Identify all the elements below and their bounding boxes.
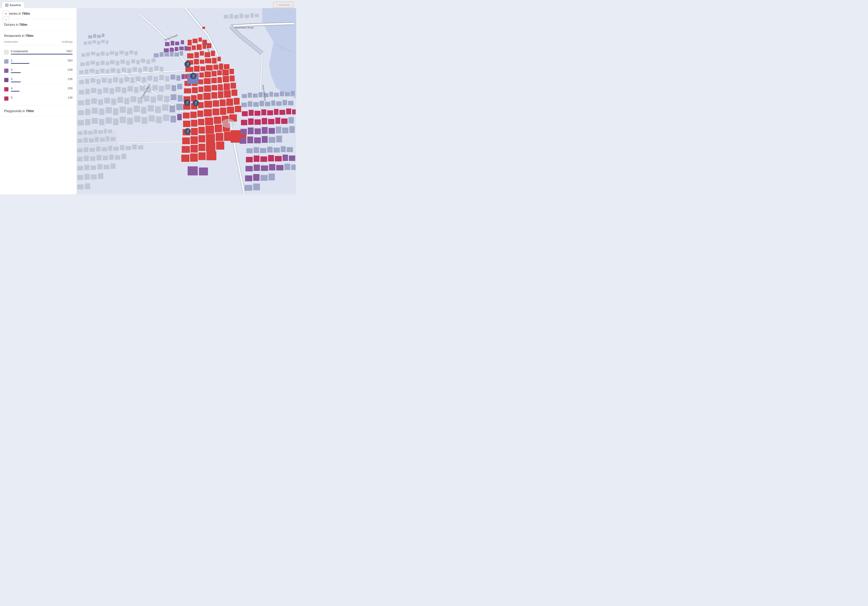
svg-rect-108 xyxy=(206,151,216,160)
svg-rect-179 xyxy=(90,78,95,83)
svg-rect-205 xyxy=(134,87,139,93)
svg-rect-392 xyxy=(289,155,295,161)
svg-rect-89 xyxy=(191,128,198,135)
svg-rect-83 xyxy=(198,119,205,125)
legend-row-5[interactable]: 5 148 xyxy=(4,95,73,102)
svg-rect-147 xyxy=(86,62,90,65)
baseline-tab[interactable]: Baseline xyxy=(2,2,25,8)
svg-rect-234 xyxy=(113,108,118,115)
svg-rect-284 xyxy=(279,110,285,115)
svg-rect-5 xyxy=(188,40,192,45)
zoom-in-button[interactable]: + xyxy=(3,11,9,17)
svg-rect-163 xyxy=(90,69,95,73)
svg-rect-168 xyxy=(117,69,120,74)
svg-rect-61 xyxy=(218,91,223,98)
svg-rect-82 xyxy=(191,120,197,127)
svg-rect-338 xyxy=(98,130,103,134)
svg-rect-221 xyxy=(130,96,136,102)
svg-rect-35 xyxy=(205,71,211,77)
svg-rect-225 xyxy=(157,95,163,101)
svg-rect-266 xyxy=(280,91,284,96)
svg-rect-71 xyxy=(234,98,240,105)
svg-rect-255 xyxy=(156,116,162,123)
svg-rect-124 xyxy=(88,35,92,39)
svg-rect-223 xyxy=(144,96,149,101)
svg-rect-60 xyxy=(211,92,217,99)
svg-rect-18 xyxy=(211,51,215,56)
svg-rect-209 xyxy=(159,86,164,92)
svg-rect-180 xyxy=(96,79,101,84)
svg-rect-188 xyxy=(142,77,146,82)
svg-rect-307 xyxy=(268,137,275,143)
svg-rect-165 xyxy=(100,68,105,73)
legend-count-5: 148 xyxy=(64,96,73,99)
svg-rect-78 xyxy=(227,107,234,113)
svg-rect-244 xyxy=(78,120,84,126)
legend-row-3[interactable]: 3 236 xyxy=(4,76,73,84)
svg-rect-353 xyxy=(108,146,112,151)
svg-rect-346 xyxy=(106,136,109,141)
svg-rect-148 xyxy=(90,61,95,64)
svg-rect-0 xyxy=(6,4,6,5)
svg-rect-192 xyxy=(165,76,169,81)
svg-rect-365 xyxy=(115,155,120,160)
svg-rect-21 xyxy=(200,60,205,64)
svg-rect-271 xyxy=(253,102,259,107)
svg-rect-133 xyxy=(106,40,108,44)
svg-rect-167 xyxy=(110,68,116,73)
svg-rect-373 xyxy=(77,175,83,180)
svg-rect-294 xyxy=(288,117,294,123)
map-area[interactable]: Bristol Road High Street Keynsham Road C… xyxy=(77,8,296,194)
legend-row-4[interactable]: 4 208 xyxy=(4,85,73,93)
svg-rect-387 xyxy=(254,155,259,162)
legend-row-inner-1: 1 583 xyxy=(11,59,73,64)
svg-rect-235 xyxy=(119,107,126,113)
svg-rect-183 xyxy=(113,77,118,82)
svg-rect-367 xyxy=(77,166,83,170)
svg-rect-198 xyxy=(91,88,96,93)
svg-rect-290 xyxy=(262,118,267,124)
svg-rect-276 xyxy=(282,100,287,105)
legend-row-inner-2: 2 238 xyxy=(11,68,73,73)
svg-rect-268 xyxy=(291,91,295,96)
svg-rect-241 xyxy=(162,104,168,111)
svg-rect-92 xyxy=(215,124,222,132)
svg-rect-154 xyxy=(121,60,125,64)
svg-rect-97 xyxy=(206,134,215,143)
svg-rect-182 xyxy=(108,78,112,84)
svg-rect-24 xyxy=(217,57,221,61)
svg-rect-203 xyxy=(122,87,126,93)
svg-rect-211 xyxy=(172,85,176,91)
svg-rect-280 xyxy=(254,111,260,116)
zoom-out-button[interactable]: − xyxy=(3,17,9,23)
svg-rect-313 xyxy=(245,14,249,18)
legend-row-1[interactable]: 1 583 xyxy=(4,57,73,65)
svg-rect-181 xyxy=(102,78,107,83)
svg-rect-39 xyxy=(229,69,234,74)
svg-rect-270 xyxy=(248,101,252,107)
svg-rect-355 xyxy=(120,145,124,150)
svg-rect-220 xyxy=(124,98,129,104)
svg-rect-369 xyxy=(90,166,96,170)
svg-rect-184 xyxy=(119,78,123,84)
add-scenario-button[interactable]: + scenario xyxy=(273,2,293,8)
svg-rect-242 xyxy=(169,105,175,112)
svg-rect-44 xyxy=(211,78,217,83)
svg-rect-29 xyxy=(213,65,219,70)
svg-rect-342 xyxy=(84,138,88,143)
svg-rect-164 xyxy=(95,70,99,74)
svg-rect-214 xyxy=(85,99,90,105)
svg-rect-283 xyxy=(274,109,279,115)
legend-bar-3 xyxy=(11,82,73,82)
svg-rect-151 xyxy=(106,61,109,65)
legend-row-2[interactable]: 2 238 xyxy=(4,67,73,74)
playgrounds-section: Playgrounds in 750m xyxy=(0,105,77,117)
svg-rect-76 xyxy=(212,108,219,115)
legend-row-0[interactable]: 0 restaurants 7667 xyxy=(4,48,73,56)
svg-rect-216 xyxy=(98,99,103,105)
svg-rect-254 xyxy=(149,115,155,122)
svg-rect-125 xyxy=(93,34,96,38)
svg-rect-95 xyxy=(191,136,198,144)
svg-rect-51 xyxy=(204,85,211,92)
svg-rect-261 xyxy=(253,94,258,98)
